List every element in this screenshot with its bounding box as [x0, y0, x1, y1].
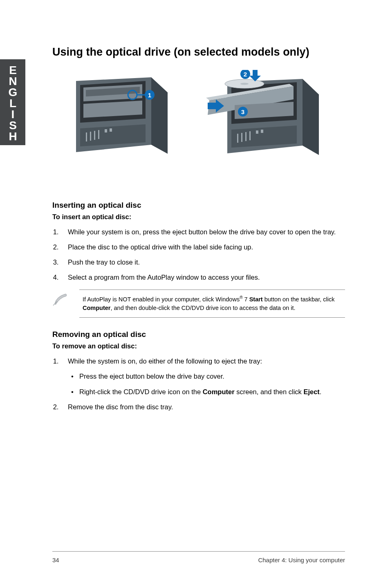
- insert-step-4: Select a program from the AutoPlay windo…: [61, 273, 345, 282]
- marker-2: 2: [244, 71, 247, 78]
- note-computer-bold: Computer: [83, 305, 110, 311]
- svg-rect-13: [110, 128, 112, 132]
- remove-step-2: Remove the disc from the disc tray.: [61, 402, 345, 412]
- insert-heading: Inserting an optical disc: [52, 201, 345, 210]
- remove-b2-mid: screen, and then click: [235, 388, 304, 395]
- insert-step-2: Place the disc to the optical drive with…: [61, 242, 345, 252]
- remove-bullets: Press the eject button below the drive b…: [68, 372, 345, 396]
- remove-b2-computer: Computer: [203, 388, 235, 395]
- svg-rect-11: [98, 130, 99, 139]
- insert-step-1: While your system is on, press the eject…: [61, 227, 345, 237]
- remove-b2-pre: Right-click the CD/DVD drive icon on the: [79, 388, 203, 395]
- note-start-bold: Start: [249, 296, 263, 303]
- remove-b2-eject: Eject: [303, 388, 319, 395]
- svg-rect-12: [105, 129, 107, 132]
- remove-heading: Removing an optical disc: [52, 330, 345, 339]
- insert-steps: While your system is on, press the eject…: [52, 227, 345, 282]
- chapter-label: Chapter 4: Using your computer: [258, 557, 345, 563]
- svg-rect-27: [249, 131, 251, 140]
- svg-rect-8: [86, 132, 87, 141]
- svg-rect-28: [256, 130, 258, 134]
- svg-rect-9: [90, 132, 91, 141]
- note-after-start: button on the taskbar, click: [263, 296, 335, 303]
- svg-point-31: [240, 83, 249, 85]
- svg-rect-29: [261, 130, 263, 133]
- marker-1: 1: [148, 92, 151, 99]
- figures-row: 1: [52, 70, 345, 178]
- remove-sub: To remove an optical disc:: [52, 342, 345, 350]
- note-box: If AutoPlay is NOT enabled in your compu…: [79, 290, 345, 318]
- page-content: Using the optical drive (on selected mod…: [0, 0, 390, 588]
- note-text-mid: 7: [243, 296, 249, 303]
- svg-marker-18: [303, 79, 319, 155]
- remove-step-1-text: While the system is on, do either of the…: [68, 357, 262, 365]
- svg-rect-10: [94, 131, 95, 140]
- insert-step-3: Push the tray to close it.: [61, 258, 345, 267]
- page-number: 34: [52, 557, 59, 563]
- svg-rect-24: [237, 134, 238, 143]
- remove-b2-end: .: [320, 388, 322, 395]
- note-text-pre: If AutoPlay is NOT enabled in your compu…: [83, 296, 240, 303]
- page-footer: 34 Chapter 4: Using your computer: [52, 551, 345, 563]
- page-title: Using the optical drive (on selected mod…: [52, 45, 345, 59]
- marker-3: 3: [241, 108, 244, 115]
- note-feather-icon: [52, 292, 70, 306]
- note-reg: ®: [240, 295, 242, 300]
- remove-step-1: While the system is on, do either of the…: [61, 357, 345, 396]
- svg-rect-26: [245, 132, 247, 141]
- svg-rect-25: [241, 133, 242, 142]
- remove-bullet-2: Right-click the CD/DVD drive icon on the…: [79, 387, 345, 397]
- insert-sub: To insert an optical disc:: [52, 213, 345, 221]
- figure-tower-open: 2 3: [183, 70, 326, 178]
- figure-tower-closed: 1: [52, 76, 175, 178]
- remove-steps: While the system is on, do either of the…: [52, 357, 345, 411]
- note-tail: , and then double-click the CD/DVD drive…: [110, 305, 295, 311]
- remove-bullet-1: Press the eject button below the drive b…: [79, 372, 345, 381]
